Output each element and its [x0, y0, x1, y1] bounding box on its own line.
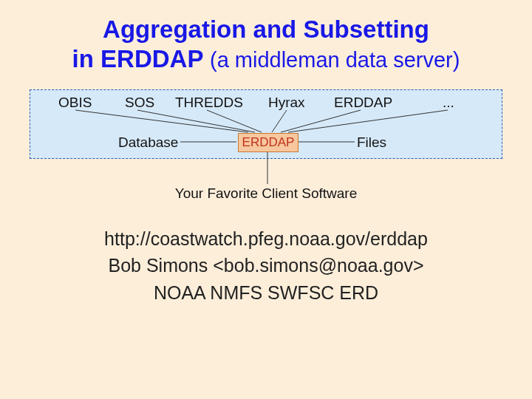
- architecture-diagram: OBIS SOS THREDDS Hyrax ERDDAP ... Databa…: [30, 89, 502, 159]
- source-thredds: THREDDS: [175, 95, 243, 111]
- slide-title: Aggregation and Subsetting in ERDDAP (a …: [0, 0, 532, 73]
- footer-block: http://coastwatch.pfeg.noaa.gov/erddap B…: [0, 225, 532, 306]
- source-obis: OBIS: [58, 95, 92, 111]
- footer-url: http://coastwatch.pfeg.noaa.gov/erddap: [0, 225, 532, 252]
- source-sos: SOS: [125, 95, 154, 111]
- footer-org: NOAA NMFS SWFSC ERD: [0, 279, 532, 306]
- sources-box: OBIS SOS THREDDS Hyrax ERDDAP ... Databa…: [30, 89, 502, 159]
- source-erddap: ERDDAP: [334, 95, 392, 111]
- footer-author: Bob Simons <bob.simons@noaa.gov>: [0, 252, 532, 279]
- source-more: ...: [443, 95, 454, 111]
- source-hyrax: Hyrax: [268, 95, 305, 111]
- client-software-label: Your Favorite Client Software: [30, 185, 502, 202]
- input-database: Database: [118, 134, 178, 151]
- title-line1: Aggregation and Subsetting: [0, 15, 532, 44]
- erddap-center-node: ERDDAP: [238, 133, 299, 152]
- title-line2: in ERDDAP (a middleman data server): [0, 44, 532, 74]
- input-files: Files: [357, 134, 386, 151]
